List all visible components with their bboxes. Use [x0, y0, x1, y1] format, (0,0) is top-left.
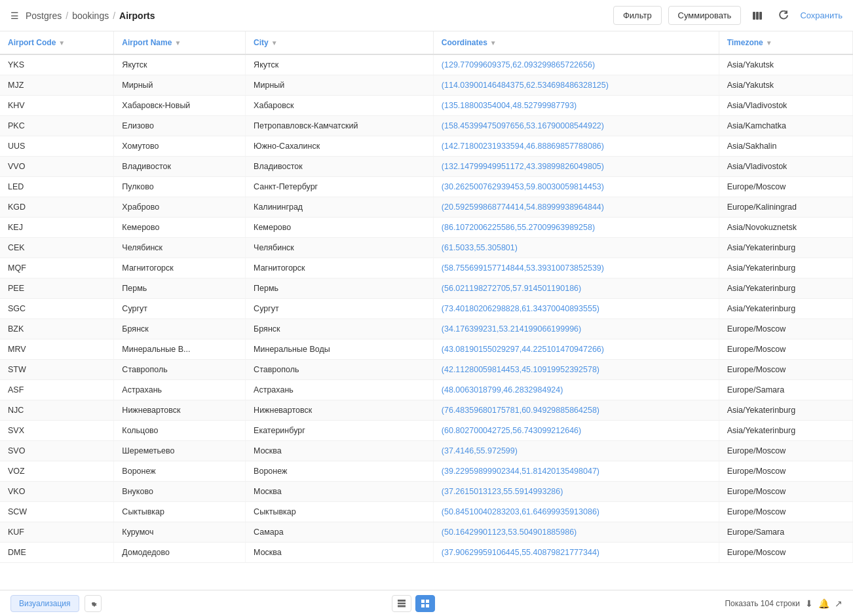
table-row[interactable]: NJCНижневартовскНижневартовск(76.4835968…	[0, 400, 853, 421]
table-row[interactable]: VVOВладивостокВладивосток(132.1479994995…	[0, 157, 853, 177]
svg-rect-8	[421, 604, 425, 607]
cell-city: Воронеж	[246, 461, 434, 482]
cell-city: Брянск	[246, 319, 434, 339]
cell-code: DME	[0, 543, 114, 563]
table-row[interactable]: BZKБрянскБрянск(34.176399231,53.21419906…	[0, 319, 853, 339]
cell-code: YKS	[0, 54, 114, 75]
table-row[interactable]: KGDХрабровоКалининград(20.59259986877441…	[0, 197, 853, 218]
table-row[interactable]: MRVМинеральные В...Минеральные Воды(43.0…	[0, 339, 853, 360]
cell-code: CEK	[0, 238, 114, 258]
cell-code: ASF	[0, 380, 114, 400]
table-row[interactable]: CEKЧелябинскЧелябинск(61.5033,55.305801)…	[0, 238, 853, 258]
cell-coords: (37.90629959106445,55.40879821777344)	[433, 543, 719, 563]
cell-coords: (142.71800231933594,46.88869857788086)	[433, 136, 719, 157]
notification-icon[interactable]: 🔔	[818, 598, 829, 609]
cell-code: VOZ	[0, 461, 114, 482]
breadcrumb-db[interactable]: Postgres	[26, 10, 62, 21]
cell-tz: Europe/Moscow	[719, 360, 852, 380]
col-header-code[interactable]: Airport Code ▼	[0, 31, 114, 54]
cell-coords: (37.4146,55.972599)	[433, 441, 719, 461]
table-row[interactable]: YKSЯкутскЯкутск(129.77099609375,62.09329…	[0, 54, 853, 75]
cell-name: Челябинск	[114, 238, 246, 258]
table-row[interactable]: SVOШереметьевоМосква(37.4146,55.972599)E…	[0, 441, 853, 461]
cell-code: SVX	[0, 421, 114, 441]
cell-name: Якутск	[114, 54, 246, 75]
cell-city: Ставрополь	[246, 360, 434, 380]
grid-view-button[interactable]	[415, 595, 435, 612]
cell-coords: (114.03900146484375,62.534698486328125)	[433, 75, 719, 96]
sort-icon-city: ▼	[271, 39, 278, 47]
visualization-button[interactable]: Визуализация	[10, 595, 79, 612]
cell-code: SVO	[0, 441, 114, 461]
table-row[interactable]: SVXКольцовоЕкатеринбург(60.802700042725,…	[0, 421, 853, 441]
cell-code: BZK	[0, 319, 114, 339]
table-row[interactable]: UUSХомутовоЮжно-Сахалинск(142.7180023193…	[0, 136, 853, 157]
table-row[interactable]: MJZМирныйМирный(114.03900146484375,62.53…	[0, 75, 853, 96]
cell-name: Мирный	[114, 75, 246, 96]
table-row[interactable]: SGCСургутСургут(73.40180206298828,61.343…	[0, 299, 853, 319]
cell-city: Мирный	[246, 75, 434, 96]
cell-tz: Europe/Moscow	[719, 177, 852, 197]
cell-tz: Asia/Kamchatka	[719, 116, 852, 136]
cell-name: Брянск	[114, 319, 246, 339]
table-row[interactable]: DMEДомодедовоМосква(37.90629959106445,55…	[0, 543, 853, 563]
table-row[interactable]: MQFМагнитогорскМагнитогорск(58.755699157…	[0, 258, 853, 279]
cell-tz: Asia/Yekaterinburg	[719, 279, 852, 299]
table-body: YKSЯкутскЯкутск(129.77099609375,62.09329…	[0, 54, 853, 563]
cell-code: VKO	[0, 482, 114, 502]
col-header-tz[interactable]: Timezone ▼	[719, 31, 852, 54]
cell-city: Южно-Сахалинск	[246, 136, 434, 157]
table-row[interactable]: KHVХабаровск-НовыйХабаровск(135.18800354…	[0, 96, 853, 116]
table-row[interactable]: KEJКемеровоКемерово(86.1072006225586,55.…	[0, 218, 853, 238]
viz-settings-button[interactable]	[85, 595, 102, 612]
svg-rect-4	[398, 602, 406, 604]
cell-tz: Asia/Yekaterinburg	[719, 258, 852, 279]
table-row[interactable]: VOZВоронежВоронеж(39.22959899902344,51.8…	[0, 461, 853, 482]
columns-icon-button[interactable]	[748, 6, 767, 26]
cell-coords: (48.0063018799,46.2832984924)	[433, 380, 719, 400]
table-row[interactable]: LEDПулковоСанкт-Петербург(30.26250076293…	[0, 177, 853, 197]
filter-button[interactable]: Фильтр	[613, 6, 662, 25]
cell-coords: (58.755699157714844,53.39310073852539)	[433, 258, 719, 279]
cell-city: Москва	[246, 441, 434, 461]
summarize-button[interactable]: Суммировать	[668, 6, 742, 25]
table-row[interactable]: SCWСыктывкарСыктывкар(50.84510040283203,…	[0, 502, 853, 522]
table-row[interactable]: PEEПермьПермь(56.021198272705,57.9145011…	[0, 279, 853, 299]
cell-name: Хомутово	[114, 136, 246, 157]
download-icon[interactable]: ⬇	[805, 598, 813, 609]
save-button[interactable]: Сохранить	[800, 10, 843, 20]
table-row[interactable]: VKOВнуковоМосква(37.2615013123,55.591499…	[0, 482, 853, 502]
table-row[interactable]: ASFАстраханьАстрахань(48.0063018799,46.2…	[0, 380, 853, 400]
cell-code: SCW	[0, 502, 114, 522]
table-row[interactable]: STWСтавропольСтаврополь(42.1128005981445…	[0, 360, 853, 380]
col-header-name[interactable]: Airport Name ▼	[114, 31, 246, 54]
refresh-icon	[778, 10, 789, 21]
table-view-icon	[397, 599, 406, 608]
cell-name: Кемерово	[114, 218, 246, 238]
breadcrumb-section[interactable]: bookings	[72, 10, 109, 21]
table-header: Airport Code ▼ Airport Name ▼ City ▼	[0, 31, 853, 54]
svg-rect-3	[398, 600, 406, 602]
table-row[interactable]: PKCЕлизовоПетропавловск-Камчатский(158.4…	[0, 116, 853, 136]
cell-city: Хабаровск	[246, 96, 434, 116]
breadcrumb: ☰ Postgres / bookings / Airports	[10, 10, 155, 21]
refresh-button[interactable]	[774, 6, 793, 26]
cell-coords: (132.14799949951172,43.39899826049805)	[433, 157, 719, 177]
cell-tz: Asia/Vladivostok	[719, 157, 852, 177]
svg-rect-5	[398, 605, 406, 607]
cell-code: MQF	[0, 258, 114, 279]
airports-table: Airport Code ▼ Airport Name ▼ City ▼	[0, 31, 853, 563]
cell-code: KEJ	[0, 218, 114, 238]
col-header-coords[interactable]: Coordinates ▼	[433, 31, 719, 54]
cell-coords: (34.176399231,53.214199066199996)	[433, 319, 719, 339]
cell-name: Сургут	[114, 299, 246, 319]
cell-city: Петропавловск-Камчатский	[246, 116, 434, 136]
table-row[interactable]: KUFКурумочСамара(50.16429901123,53.50490…	[0, 522, 853, 543]
cell-name: Пермь	[114, 279, 246, 299]
col-header-city[interactable]: City ▼	[246, 31, 434, 54]
cell-tz: Asia/Yakutsk	[719, 54, 852, 75]
export-icon[interactable]: ↗	[835, 598, 843, 609]
sort-icon-name: ▼	[174, 39, 181, 47]
table-view-button[interactable]	[392, 595, 411, 612]
cell-coords: (50.84510040283203,61.64699935913086)	[433, 502, 719, 522]
